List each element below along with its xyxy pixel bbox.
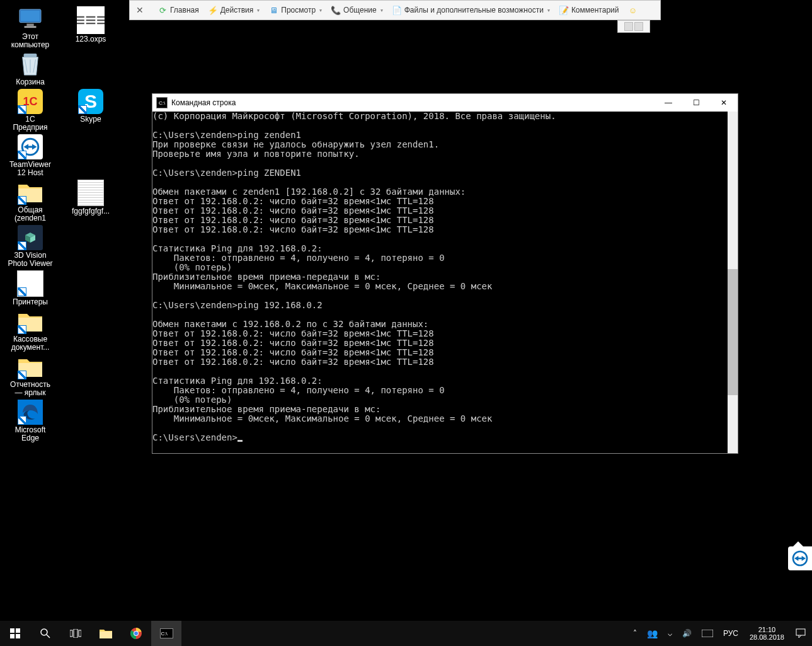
printer-icon bbox=[17, 270, 43, 297]
icon-label: Отчетность — ярлык bbox=[10, 381, 50, 397]
system-tray: ˄ 👥 ⌵ 🔊 РУС 21:10 28.08.2018 bbox=[631, 621, 812, 646]
scrollbar[interactable] bbox=[728, 112, 738, 453]
chevron-up-icon: ˄ bbox=[633, 629, 637, 638]
rc-comment-button[interactable]: 📝 Комментарий bbox=[555, 3, 623, 17]
desktop-icon-корзина[interactable]: Корзина bbox=[6, 52, 54, 86]
scrollbar-thumb[interactable] bbox=[728, 269, 738, 395]
phone-icon: 📞 bbox=[331, 5, 341, 15]
icon-label: Microsoft Edge bbox=[15, 426, 46, 442]
desktop-icon-этот-компьютер[interactable]: Этот компьютер bbox=[6, 6, 54, 49]
folder-icon bbox=[100, 628, 112, 638]
docfile-icon bbox=[77, 180, 104, 206]
maximize-button[interactable]: ☐ bbox=[682, 94, 710, 112]
language-label: РУС bbox=[723, 629, 738, 638]
svg-rect-8 bbox=[28, 146, 33, 148]
icon-label: 1С Предприя bbox=[13, 115, 47, 132]
edge-icon bbox=[18, 400, 43, 425]
icon-label: 123.oxps bbox=[76, 35, 106, 43]
doc-icon: ≡≡≡≡≡≡≡≡≡ bbox=[77, 6, 105, 34]
chevron-down-icon: ▾ bbox=[547, 8, 550, 13]
refresh-icon: ⟳ bbox=[157, 5, 168, 15]
folder-icon bbox=[18, 180, 43, 205]
rc-feedback-button[interactable]: ☺ bbox=[624, 3, 641, 17]
teamviewer-badge[interactable] bbox=[788, 546, 812, 570]
rc-home-button[interactable]: ⟳ Главная bbox=[154, 3, 203, 17]
rc-scale-toolbar[interactable] bbox=[617, 20, 650, 33]
desktop-icon-3d-vision-photo-viewer[interactable]: 3D Vision Photo Viewer bbox=[6, 225, 54, 268]
rc-actions-label: Действия bbox=[220, 6, 254, 14]
rc-files-label: Файлы и дополнительные возможности bbox=[404, 6, 544, 14]
folder-icon bbox=[18, 354, 43, 379]
icon-label: fggfgfgfgf... bbox=[72, 207, 110, 216]
tray-people[interactable]: 👥 bbox=[644, 621, 660, 646]
notification-icon bbox=[796, 628, 806, 638]
tray-network[interactable]: ⌵ bbox=[665, 621, 675, 646]
rc-view-button[interactable]: 🖥 Просмотр ▾ bbox=[265, 3, 326, 17]
rc-actions-button[interactable]: ⚡ Действия ▾ bbox=[204, 3, 264, 17]
rc-view-label: Просмотр bbox=[281, 6, 316, 14]
desktop: Этот компьютер≡≡≡≡≡≡≡≡≡123.oxpsКорзина1С… bbox=[6, 6, 115, 442]
start-button[interactable] bbox=[0, 621, 30, 646]
desktop-icon-teamviewer-12-host[interactable]: TeamViewer 12 Host bbox=[6, 134, 54, 177]
chevron-down-icon: ▾ bbox=[319, 8, 322, 13]
icon-label: Общая (zenden1 bbox=[14, 206, 46, 222]
smile-icon: ☺ bbox=[627, 5, 638, 15]
tray-language[interactable]: РУС bbox=[721, 621, 741, 646]
tray-clock[interactable]: 21:10 28.08.2018 bbox=[746, 626, 788, 641]
search-button[interactable] bbox=[30, 621, 60, 646]
rc-home-label: Главная bbox=[170, 6, 199, 14]
taskview-button[interactable] bbox=[60, 621, 91, 646]
rc-communicate-label: Общение bbox=[343, 6, 377, 14]
rc-close-button[interactable]: ✕ bbox=[134, 4, 146, 16]
svg-rect-3 bbox=[25, 26, 37, 28]
svg-rect-27 bbox=[79, 630, 81, 637]
taskbar-chrome[interactable] bbox=[121, 621, 151, 646]
svg-rect-4 bbox=[24, 54, 37, 57]
desktop-icon-кассовые-документ-[interactable]: Кассовые документ... bbox=[6, 309, 54, 352]
desktop-icon-123-oxps[interactable]: ≡≡≡≡≡≡≡≡≡123.oxps bbox=[67, 6, 115, 49]
monitor-icon bbox=[18, 6, 43, 32]
teamviewer-icon bbox=[792, 550, 808, 567]
desktop-icon-microsoft-edge[interactable]: Microsoft Edge bbox=[6, 400, 54, 442]
rc-communicate-button[interactable]: 📞 Общение ▾ bbox=[327, 3, 387, 17]
tray-volume[interactable]: 🔊 bbox=[680, 621, 694, 646]
desktop-icon-1с-предприя[interactable]: 1С1С Предприя bbox=[6, 89, 54, 132]
svg-rect-22 bbox=[16, 634, 20, 638]
search-icon bbox=[40, 628, 50, 638]
close-button[interactable]: ✕ bbox=[710, 94, 738, 112]
svg-rect-21 bbox=[10, 634, 14, 638]
terminal-output[interactable]: (c) Корпорация Майкрософт (Microsoft Cor… bbox=[152, 112, 728, 453]
minimize-button[interactable]: — bbox=[655, 94, 682, 112]
window-title: Командная строка bbox=[171, 98, 655, 107]
windows-icon bbox=[10, 628, 20, 638]
svg-point-31 bbox=[134, 632, 138, 635]
1c-icon: 1С bbox=[18, 89, 43, 114]
rc-files-button[interactable]: 📄 Файлы и дополнительные возможности ▾ bbox=[388, 3, 554, 17]
icon-label: Skype bbox=[80, 115, 101, 124]
keyboard-icon bbox=[702, 630, 713, 637]
rc-comment-label: Комментарий bbox=[571, 6, 619, 14]
tray-chevron-up[interactable]: ˄ bbox=[631, 621, 639, 646]
skype-icon: S bbox=[78, 89, 103, 114]
taskview-icon bbox=[70, 629, 81, 638]
note-icon: 📝 bbox=[559, 5, 569, 15]
desktop-icon-принтеры[interactable]: Принтеры bbox=[6, 270, 54, 306]
cmd-icon: C:\ bbox=[156, 97, 168, 108]
volume-icon: 🔊 bbox=[682, 629, 692, 638]
tray-keyboard[interactable] bbox=[699, 621, 716, 646]
svg-rect-9 bbox=[18, 188, 42, 202]
remote-control-toolbar: ✕ ⟳ Главная ⚡ Действия ▾ 🖥 Просмотр ▾ 📞 … bbox=[129, 0, 661, 20]
window-titlebar[interactable]: C:\ Командная строка — ☐ ✕ bbox=[152, 94, 738, 112]
desktop-icon-отчетность-ярлык[interactable]: Отчетность — ярлык bbox=[6, 354, 54, 397]
desktop-icon-общая-zenden1[interactable]: Общая (zenden1 bbox=[6, 180, 54, 222]
taskbar-explorer[interactable] bbox=[91, 621, 121, 646]
tray-notifications[interactable] bbox=[793, 621, 808, 646]
desktop-icon-fggfgfgfgf-[interactable]: fggfgfgfgf... bbox=[67, 180, 115, 222]
icon-label: Этот компьютер bbox=[11, 33, 50, 49]
desktop-icon-skype[interactable]: SSkype bbox=[67, 89, 115, 132]
svg-rect-25 bbox=[70, 630, 72, 637]
fullscreen-icon bbox=[634, 22, 643, 31]
icon-label: Принтеры bbox=[13, 298, 48, 306]
taskbar-cmd[interactable]: C:\ bbox=[151, 621, 181, 646]
folder-icon bbox=[18, 309, 43, 334]
